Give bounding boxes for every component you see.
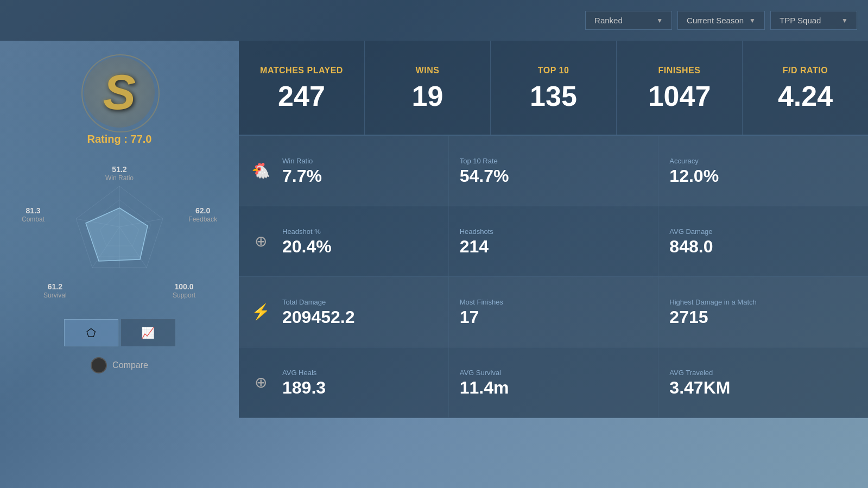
stat-cell-wins: Wins 19 [365,41,491,135]
avg-heals-value: 189.3 [282,379,326,396]
top10-value: 135 [530,82,577,110]
avg-heals-text: AVG Heals 189.3 [282,369,326,396]
row3-section2: Most Finishes 17 [449,277,659,347]
total-damage-value: 209452.2 [282,308,354,326]
headshot-pct-label: Headshot % [282,227,332,236]
matches-played-value: 247 [278,82,325,110]
row4-section1: ⊕ AVG Heals 189.3 [239,347,449,417]
radar-svg [60,181,179,289]
ranked-label: Ranked [594,16,623,25]
win-ratio-text: Win Ratio 7.7% [282,157,322,185]
top10-rate-value: 54.7% [460,167,509,185]
right-panel: Matches Played 247 Wins 19 Top 10 135 Fi… [239,41,868,488]
avg-traveled-label: AVG Traveled [669,369,730,377]
crosshair-icon: ⊕ [250,232,271,250]
compare-row[interactable]: Compare [91,357,148,373]
heal-icon: ⊕ [250,373,271,391]
avg-traveled-value: 3.47KM [669,379,730,396]
most-finishes-value: 17 [460,308,503,326]
row1-section1: 🐔 Win Ratio 7.7% [239,136,449,206]
avg-survival-text: AVG Survival 11.4m [460,369,509,396]
radar-label-feedback: 62.0 Feedback [188,206,217,224]
radar-chart: 51.2 Win Ratio 62.0 Feedback 100.0 Suppo… [43,167,195,303]
total-damage-label: Total Damage [282,298,354,306]
row4-section3: AVG Traveled 3.47KM [658,347,868,417]
top-bar: Ranked ▼ Current Season ▼ TPP Squad ▼ [0,0,868,41]
avg-damage-label: AVG Damage [669,227,713,236]
headshot-pct-text: Headshot % 20.4% [282,227,332,255]
highest-damage-text: Highest Damage in a Match 2715 [669,298,756,326]
top10-label: Top 10 [538,66,569,75]
stats-row-4: ⊕ AVG Heals 189.3 AVG Survival 11.4m AVG… [239,347,868,418]
compare-avatar [91,357,107,373]
headshot-pct-value: 20.4% [282,238,332,255]
fd-ratio-label: F/D Ratio [783,66,828,75]
top10-rate-label: Top 10 Rate [460,157,509,165]
rating-text: Rating : 77.0 [87,133,152,145]
row4-section2: AVG Survival 11.4m [449,347,659,417]
headshots-value: 214 [460,238,493,255]
stats-row-3: ⚡ Total Damage 209452.2 Most Finishes 17… [239,277,868,347]
row2-section2: Headshots 214 [449,206,659,276]
stat-cell-matches: Matches Played 247 [239,41,365,135]
stats-row-1: 🐔 Win Ratio 7.7% Top 10 Rate 54.7% Accur… [239,136,868,206]
mode-arrow-icon: ▼ [841,17,848,24]
radar-label-combat: 81.3 Combat [22,206,45,224]
season-label: Current Season [687,16,744,25]
avg-survival-label: AVG Survival [460,369,509,377]
ranked-arrow-icon: ▼ [656,17,663,24]
avg-heals-label: AVG Heals [282,369,326,377]
accuracy-value: 12.0% [669,167,719,185]
headshots-text: Headshots 214 [460,227,493,255]
row3-section3: Highest Damage in a Match 2715 [658,277,868,347]
rank-badge: S [84,57,155,128]
radar-label-win-ratio: 51.2 Win Ratio [105,164,134,183]
wins-value: 19 [412,82,443,110]
avg-survival-value: 11.4m [460,379,509,396]
avg-damage-value: 848.0 [669,238,713,255]
stats-row-2: ⊕ Headshot % 20.4% Headshots 214 AVG Dam… [239,206,868,277]
stats-tab-button[interactable]: ⬠ [64,319,118,346]
highest-damage-label: Highest Damage in a Match [669,298,756,306]
finishes-value: 1047 [648,82,711,110]
row1-section3: Accuracy 12.0% [658,136,868,206]
win-ratio-label: Win Ratio [282,157,322,165]
row2-section1: ⊕ Headshot % 20.4% [239,206,449,276]
pentagon-icon: ⬠ [86,326,96,339]
stat-cell-fd-ratio: F/D Ratio 4.24 [743,41,868,135]
avg-damage-text: AVG Damage 848.0 [669,227,713,255]
row2-section3: AVG Damage 848.0 [658,206,868,276]
matches-played-label: Matches Played [260,66,343,75]
stat-cell-finishes: Finishes 1047 [617,41,743,135]
top10-rate-text: Top 10 Rate 54.7% [460,157,509,185]
stats-top-row: Matches Played 247 Wins 19 Top 10 135 Fi… [239,41,868,136]
season-arrow-icon: ▼ [749,17,756,24]
chicken-icon: 🐔 [250,162,271,180]
accuracy-label: Accuracy [669,157,719,165]
stat-cell-top10: Top 10 135 [491,41,617,135]
most-finishes-text: Most Finishes 17 [460,298,503,326]
row1-section2: Top 10 Rate 54.7% [449,136,659,206]
svg-marker-8 [86,208,148,261]
highest-damage-value: 2715 [669,308,756,326]
ranked-dropdown[interactable]: Ranked ▼ [585,11,672,30]
rank-letter: S [103,68,136,117]
fd-ratio-value: 4.24 [778,82,833,110]
total-damage-text: Total Damage 209452.2 [282,298,354,326]
most-finishes-label: Most Finishes [460,298,503,306]
chart-tab-button[interactable]: 📈 [121,319,175,346]
chart-icon: 📈 [141,326,155,339]
mode-label: TPP Squad [780,16,821,25]
accuracy-text: Accuracy 12.0% [669,157,719,185]
mode-dropdown[interactable]: TPP Squad ▼ [770,11,857,30]
finishes-label: Finishes [658,66,701,75]
bottom-buttons: ⬠ 📈 [64,319,175,346]
season-dropdown[interactable]: Current Season ▼ [677,11,765,30]
bullets-icon: ⚡ [250,303,271,321]
row3-section1: ⚡ Total Damage 209452.2 [239,277,449,347]
avg-traveled-text: AVG Traveled 3.47KM [669,369,730,396]
left-panel: S Rating : 77.0 51.2 Win Ratio 62.0 Feed… [0,41,239,488]
wins-label: Wins [416,66,440,75]
compare-label: Compare [112,360,148,370]
win-ratio-value: 7.7% [282,167,322,185]
